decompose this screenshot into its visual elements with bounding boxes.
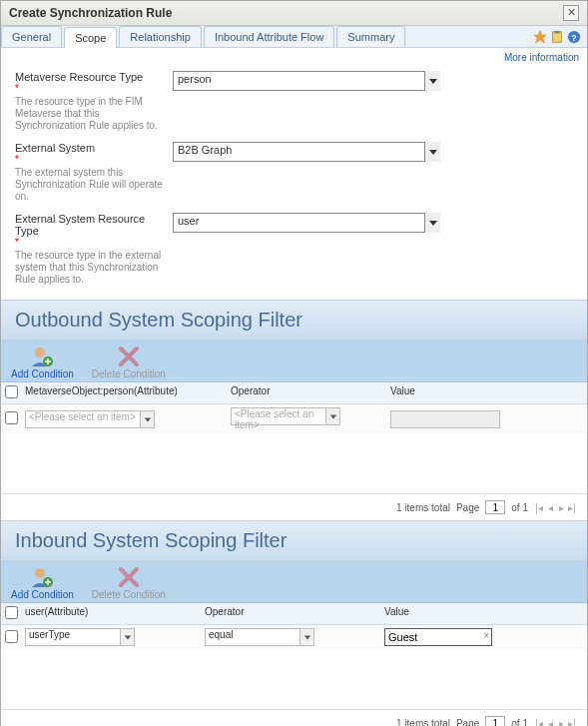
field-left: Metaverse Resource Type * The resource t… [15,71,173,132]
inbound-grid: user(Attribute) Operator Value userType … [1,603,587,649]
header-checkbox[interactable] [5,385,18,398]
pager-nav: |◂ ◂ ▸ ▸| [534,502,577,513]
header-value: Value [384,606,583,621]
dialog-window: Create Synchronization Rule ✕ General Sc… [0,0,588,726]
tab-general[interactable]: General [1,26,62,47]
outbound-grid-header: MetaverseObject:person(Attribute) Operat… [1,382,587,404]
spacer [1,649,587,709]
tab-scope[interactable]: Scope [64,27,117,48]
header-checkbox[interactable] [5,606,18,619]
pager-of: of 1 [511,502,528,513]
inbound-grid-row: userType equal × [1,625,587,649]
mv-resource-type-label: Metaverse Resource Type [15,71,143,83]
external-resource-type-select-wrap: user [173,213,440,233]
header-operator: Operator [205,606,384,621]
inbound-attribute-select[interactable]: userType [25,628,135,646]
delete-x-icon [117,345,141,368]
scope-content: Metaverse Resource Type * The resource t… [1,63,587,300]
pager-page-label: Page [456,502,479,513]
row-checkbox[interactable] [5,411,18,424]
delete-condition-label: Delete Condition [92,589,166,600]
inbound-operator-select[interactable]: equal [205,628,314,646]
external-system-label: External System [15,142,95,154]
outbound-grid-row: <Please select an item> <Please select a… [1,404,587,433]
required-star: * [15,237,163,248]
pager-total: 1 items total [396,718,450,727]
pager-first-icon[interactable]: |◂ [534,502,544,513]
pager-prev-icon[interactable]: ◂ [545,718,555,727]
pager-next-icon[interactable]: ▸ [556,718,566,727]
svg-text:?: ? [571,31,577,42]
dialog-title: Create Synchronization Rule [9,6,172,20]
pager-nav: |◂ ◂ ▸ ▸| [534,718,577,727]
mv-resource-type-desc: The resource type in the FIM Metaverse t… [15,96,163,132]
external-resource-type-select[interactable]: user [173,213,440,233]
tabbar-icons: ? [533,30,581,44]
add-condition-button[interactable]: Add Condition [11,345,74,379]
external-system-select-wrap: B2B Graph [173,142,440,162]
tab-bar: General Scope Relationship Inbound Attri… [1,26,587,48]
field-right: B2B Graph [173,142,573,203]
add-condition-label: Add Condition [11,589,74,600]
tab-summary[interactable]: Summary [336,26,405,47]
header-checkbox-col [5,385,25,400]
pager-page-input[interactable] [485,500,505,514]
spacer [1,433,587,493]
pager-prev-icon[interactable]: ◂ [545,502,555,513]
outbound-attribute-select[interactable]: <Please select an item> [25,410,155,428]
header-attribute: user(Attribute) [25,606,205,621]
field-mv-resource-type: Metaverse Resource Type * The resource t… [15,71,573,132]
external-system-select[interactable]: B2B Graph [173,142,440,162]
field-external-resource-type: External System Resource Type * The reso… [15,213,573,286]
delete-condition-button[interactable]: Delete Condition [92,565,166,600]
outbound-pager: 1 items total Page of 1 |◂ ◂ ▸ ▸| [1,493,587,520]
pager-of: of 1 [511,718,528,727]
svg-point-8 [35,348,45,358]
clipboard-icon[interactable] [550,30,564,44]
add-condition-label: Add Condition [11,368,74,379]
clear-x-icon[interactable]: × [483,630,489,641]
pager-last-icon[interactable]: ▸| [567,502,577,513]
header-value: Value [390,385,583,400]
more-information-link[interactable]: More information [504,52,579,63]
add-condition-button[interactable]: Add Condition [11,565,74,600]
field-external-system: External System * The external system th… [15,142,573,203]
inbound-value-input[interactable] [384,628,492,646]
external-resource-type-desc: The resource type in the external system… [15,250,163,286]
field-right: person [173,71,573,132]
header-checkbox-col [5,606,25,621]
close-icon[interactable]: ✕ [563,5,579,21]
header-attribute: MetaverseObject:person(Attribute) [25,385,231,400]
titlebar: Create Synchronization Rule ✕ [1,1,587,26]
svg-point-12 [35,568,45,578]
outbound-filter-title: Outbound System Scoping Filter [1,300,587,341]
user-add-icon [30,345,54,368]
star-icon[interactable] [533,30,547,44]
mv-resource-type-select[interactable]: person [173,71,440,91]
mv-resource-type-select-wrap: person [173,71,440,91]
delete-condition-label: Delete Condition [92,368,166,379]
pager-next-icon[interactable]: ▸ [556,502,566,513]
delete-condition-button[interactable]: Delete Condition [92,345,166,379]
user-add-icon [30,565,54,589]
inbound-filter-title: Inbound System Scoping Filter [1,520,587,561]
pager-total: 1 items total [396,502,450,513]
pager-page-label: Page [456,718,479,727]
delete-x-icon [117,565,141,589]
external-system-desc: The external system this Synchronization… [15,167,163,203]
header-operator: Operator [231,385,390,400]
outbound-value-input[interactable] [390,410,500,428]
field-left: External System * The external system th… [15,142,173,203]
outbound-toolbar: Add Condition Delete Condition [1,341,587,382]
pager-last-icon[interactable]: ▸| [567,718,577,727]
tab-relationship[interactable]: Relationship [119,26,202,47]
row-checkbox[interactable] [5,630,18,643]
field-right: user [173,213,573,286]
inbound-toolbar: Add Condition Delete Condition [1,561,587,603]
help-icon[interactable]: ? [567,30,581,44]
tab-inbound-attribute-flow[interactable]: Inbound Attribute Flow [204,26,334,47]
pager-first-icon[interactable]: |◂ [534,718,544,727]
pager-page-input[interactable] [485,716,505,726]
outbound-grid: MetaverseObject:person(Attribute) Operat… [1,382,587,433]
outbound-operator-select[interactable]: <Please select an item> [231,407,340,425]
